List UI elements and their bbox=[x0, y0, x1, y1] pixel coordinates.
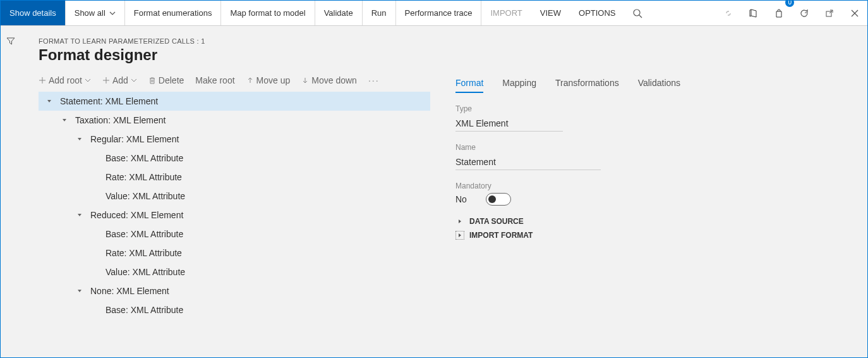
tree-node-label: Rate: XML Attribute bbox=[103, 172, 182, 182]
svg-line-1 bbox=[639, 15, 642, 18]
refresh-button[interactable] bbox=[792, 1, 817, 25]
map-format-to-model-button[interactable]: Map format to model bbox=[221, 1, 315, 25]
performance-trace-button[interactable]: Performance trace bbox=[396, 1, 482, 25]
name-label: Name bbox=[455, 143, 848, 152]
tab-transformations[interactable]: Transformations bbox=[555, 78, 619, 93]
tree-node-label: Rate: XML Attribute bbox=[103, 248, 182, 258]
format-tree: Statement: XML ElementTaxation: XML Elem… bbox=[39, 92, 430, 319]
plus-icon bbox=[102, 77, 110, 84]
validate-button[interactable]: Validate bbox=[315, 1, 363, 25]
tree-row[interactable]: Rate: XML Attribute bbox=[39, 168, 430, 187]
show-all-label: Show all bbox=[75, 8, 105, 18]
plus-icon bbox=[39, 77, 46, 84]
import-format-section[interactable]: IMPORT FORMAT bbox=[455, 231, 848, 240]
caret-icon[interactable] bbox=[60, 118, 69, 123]
link-button[interactable] bbox=[716, 1, 741, 25]
name-field: Name Statement bbox=[455, 143, 848, 170]
tree-toolbar: Add root Add Delete Make root bbox=[39, 75, 430, 92]
triangle-right-icon bbox=[455, 217, 464, 226]
tab-mapping[interactable]: Mapping bbox=[502, 78, 536, 93]
chevron-down-icon bbox=[109, 10, 116, 16]
office-button[interactable] bbox=[741, 1, 766, 25]
trash-icon bbox=[148, 77, 156, 84]
tree-node-label: None: XML Element bbox=[88, 286, 169, 296]
search-button[interactable] bbox=[625, 1, 650, 25]
tree-row[interactable]: Base: XML Attribute bbox=[39, 225, 430, 244]
notifications-button[interactable]: 0 bbox=[766, 1, 792, 25]
tree-node-label: Statement: XML Element bbox=[57, 96, 158, 106]
name-value[interactable]: Statement bbox=[455, 154, 601, 170]
data-source-section[interactable]: DATA SOURCE bbox=[455, 217, 848, 226]
bag-icon bbox=[774, 8, 784, 18]
tree-node-label: Reduced: XML Element bbox=[88, 210, 183, 220]
tree-row[interactable]: Rate: XML Attribute bbox=[39, 244, 430, 262]
search-icon bbox=[632, 8, 642, 18]
add-root-button[interactable]: Add root bbox=[39, 75, 91, 85]
mandatory-label: Mandatory bbox=[455, 182, 848, 190]
svg-point-0 bbox=[634, 9, 640, 16]
tab-validations[interactable]: Validations bbox=[638, 78, 680, 93]
move-down-button[interactable]: Move down bbox=[301, 75, 357, 85]
caret-icon[interactable] bbox=[45, 99, 54, 104]
arrow-down-icon bbox=[301, 77, 309, 84]
tree-node-label: Base: XML Attribute bbox=[103, 229, 183, 239]
popout-icon bbox=[824, 8, 835, 18]
tree-row[interactable]: Base: XML Attribute bbox=[39, 149, 430, 168]
tree-row[interactable]: Reduced: XML Element bbox=[39, 206, 430, 225]
tree-node-label: Base: XML Attribute bbox=[103, 305, 183, 315]
close-icon bbox=[850, 9, 859, 18]
link-icon bbox=[723, 8, 733, 18]
mandatory-toggle[interactable] bbox=[486, 193, 511, 206]
triangle-right-icon bbox=[455, 231, 464, 240]
tree-row[interactable]: Taxation: XML Element bbox=[39, 111, 430, 130]
arrow-up-icon bbox=[246, 77, 254, 84]
funnel-icon[interactable] bbox=[6, 36, 16, 46]
tree-row[interactable]: Value: XML Attribute bbox=[39, 187, 430, 206]
popout-button[interactable] bbox=[817, 1, 842, 25]
options-button[interactable]: OPTIONS bbox=[570, 1, 625, 25]
tree-row[interactable]: Regular: XML Element bbox=[39, 130, 430, 149]
tree-node-label: Taxation: XML Element bbox=[73, 115, 166, 125]
tree-node-label: Regular: XML Element bbox=[88, 134, 179, 144]
top-bar: Show details Show all Format enumeration… bbox=[1, 1, 867, 26]
show-all-button[interactable]: Show all bbox=[66, 1, 125, 25]
view-button[interactable]: VIEW bbox=[531, 1, 570, 25]
run-button[interactable]: Run bbox=[363, 1, 396, 25]
type-value[interactable]: XML Element bbox=[455, 116, 563, 132]
office-icon bbox=[749, 8, 759, 18]
chevron-down-icon bbox=[85, 77, 91, 83]
mandatory-field: Mandatory No bbox=[455, 182, 848, 206]
type-label: Type bbox=[455, 104, 848, 113]
more-button[interactable]: ··· bbox=[368, 75, 380, 85]
tree-node-label: Base: XML Attribute bbox=[103, 153, 183, 163]
refresh-icon bbox=[799, 8, 809, 18]
caret-icon[interactable] bbox=[75, 213, 84, 218]
tab-format[interactable]: Format bbox=[455, 78, 483, 93]
close-button[interactable] bbox=[842, 1, 867, 25]
delete-button[interactable]: Delete bbox=[148, 75, 184, 85]
tree-row[interactable]: Statement: XML Element bbox=[39, 92, 430, 111]
tree-row[interactable]: Base: XML Attribute bbox=[39, 300, 430, 319]
tree-row[interactable]: Value: XML Attribute bbox=[39, 262, 430, 281]
page-title: Format designer bbox=[39, 46, 867, 64]
detail-tabs: Format Mapping Transformations Validatio… bbox=[455, 75, 848, 93]
tree-row[interactable]: None: XML Element bbox=[39, 281, 430, 300]
tree-node-label: Value: XML Attribute bbox=[103, 191, 185, 201]
move-up-button[interactable]: Move up bbox=[246, 75, 291, 85]
chevron-down-icon bbox=[131, 77, 137, 83]
import-button[interactable]: IMPORT bbox=[481, 1, 531, 25]
caret-icon[interactable] bbox=[75, 288, 84, 293]
format-enumerations-button[interactable]: Format enumerations bbox=[125, 1, 222, 25]
make-root-button[interactable]: Make root bbox=[195, 75, 234, 85]
filter-sidebar bbox=[1, 26, 21, 357]
tree-node-label: Value: XML Attribute bbox=[103, 267, 185, 277]
add-button[interactable]: Add bbox=[102, 75, 137, 85]
show-details-button[interactable]: Show details bbox=[1, 1, 66, 25]
caret-icon[interactable] bbox=[75, 137, 84, 142]
mandatory-value: No bbox=[455, 194, 467, 204]
breadcrumb: FORMAT TO LEARN PARAMETERIZED CALLS : 1 bbox=[39, 37, 867, 45]
type-field: Type XML Element bbox=[455, 104, 848, 132]
